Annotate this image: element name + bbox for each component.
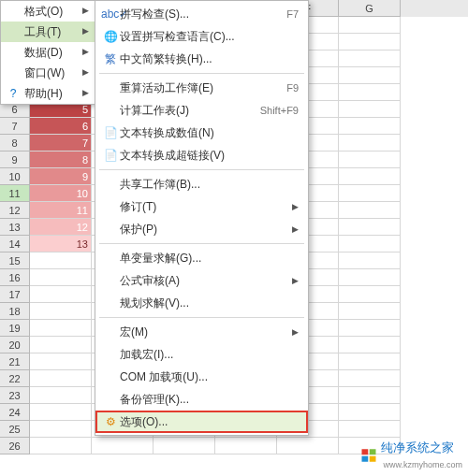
row-head[interactable]: 19 xyxy=(0,320,30,337)
cell[interactable]: 6 xyxy=(30,118,92,135)
cell[interactable] xyxy=(339,337,401,353)
submenu-item[interactable]: 计算工作表(J)Shift+F9 xyxy=(95,99,308,122)
cell[interactable] xyxy=(339,320,401,337)
cell[interactable] xyxy=(339,219,401,236)
cell[interactable] xyxy=(339,34,401,50)
cell[interactable] xyxy=(30,337,92,353)
cell[interactable] xyxy=(339,387,401,404)
menu-item[interactable]: 工具(T)▶ xyxy=(1,22,95,42)
cell[interactable] xyxy=(339,353,401,370)
row-head[interactable]: 20 xyxy=(0,337,30,353)
row-head[interactable]: 10 xyxy=(0,168,30,185)
submenu-item[interactable]: 🌐设置拼写检查语言(C)... xyxy=(95,25,308,48)
submenu-item[interactable]: 加载宏(I)... xyxy=(95,343,308,366)
cell[interactable] xyxy=(339,421,401,438)
row-head[interactable]: 23 xyxy=(0,387,30,404)
row-head[interactable]: 7 xyxy=(0,118,30,135)
cell[interactable] xyxy=(30,370,92,387)
cell[interactable] xyxy=(30,252,92,269)
cell[interactable] xyxy=(339,269,401,286)
row-head[interactable]: 24 xyxy=(0,404,30,421)
submenu-item[interactable]: abc✓拼写检查(S)...F7 xyxy=(95,3,308,25)
cell[interactable] xyxy=(30,269,92,286)
col-head-G[interactable]: G xyxy=(339,0,401,17)
cell[interactable]: 9 xyxy=(30,168,92,185)
menu-item[interactable]: 格式(O)▶ xyxy=(1,1,95,22)
submenu-item[interactable]: 重算活动工作簿(E)F9 xyxy=(95,77,308,99)
cell[interactable] xyxy=(30,438,92,454)
cell[interactable] xyxy=(339,168,401,185)
cell[interactable] xyxy=(339,202,401,219)
row-head[interactable]: 25 xyxy=(0,421,30,438)
row-head[interactable]: 13 xyxy=(0,219,30,236)
cell[interactable] xyxy=(339,50,401,67)
cell[interactable]: 10 xyxy=(30,185,92,202)
cell[interactable]: 8 xyxy=(30,151,92,168)
watermark-url: www.kzmyhome.com xyxy=(383,460,462,469)
cell[interactable]: 13 xyxy=(30,236,92,252)
cell[interactable]: 7 xyxy=(30,135,92,151)
cell[interactable] xyxy=(30,353,92,370)
chevron-right-icon: ▶ xyxy=(82,88,89,97)
row-head[interactable]: 11 xyxy=(0,185,30,202)
row-head[interactable]: 8 xyxy=(0,135,30,151)
submenu-item[interactable]: 保护(P)▶ xyxy=(95,218,308,240)
submenu-item[interactable]: ⚙选项(O)... xyxy=(95,411,308,433)
row-head[interactable]: 17 xyxy=(0,286,30,303)
submenu-item[interactable]: 规划求解(V)... xyxy=(95,292,308,314)
cell[interactable] xyxy=(339,101,401,118)
row-head[interactable]: 16 xyxy=(0,269,30,286)
row-head[interactable]: 12 xyxy=(0,202,30,219)
submenu-item[interactable]: COM 加载项(U)... xyxy=(95,366,308,388)
cell[interactable] xyxy=(339,370,401,387)
cell[interactable] xyxy=(30,303,92,320)
cell[interactable] xyxy=(277,438,339,454)
row-head[interactable]: 22 xyxy=(0,370,30,387)
cell[interactable] xyxy=(92,438,154,454)
cell[interactable] xyxy=(339,404,401,421)
cell[interactable] xyxy=(339,151,401,168)
cell[interactable] xyxy=(339,135,401,151)
cell[interactable] xyxy=(339,185,401,202)
cell[interactable] xyxy=(339,84,401,101)
submenu-item[interactable]: 共享工作簿(B)... xyxy=(95,173,308,195)
submenu-item[interactable]: 修订(T)▶ xyxy=(95,195,308,218)
submenu-item[interactable]: 📄文本转换成超链接(V) xyxy=(95,144,308,166)
cell[interactable]: 12 xyxy=(30,219,92,236)
row-head[interactable]: 21 xyxy=(0,353,30,370)
row-head[interactable]: 26 xyxy=(0,438,30,454)
submenu-item[interactable]: 繁中文简繁转换(H)... xyxy=(95,48,308,70)
submenu-item[interactable]: 宏(M)▶ xyxy=(95,321,308,343)
submenu-item[interactable]: 单变量求解(G)... xyxy=(95,247,308,269)
cell[interactable] xyxy=(154,438,215,454)
submenu-item[interactable]: 📄文本转换成数值(N) xyxy=(95,122,308,144)
row-head[interactable]: 14 xyxy=(0,236,30,252)
cell[interactable] xyxy=(339,252,401,269)
submenu-item-label: 文本转换成超链接(V) xyxy=(120,148,299,164)
cell[interactable] xyxy=(339,17,401,34)
menu-item[interactable]: 数据(D)▶ xyxy=(1,42,95,63)
cell[interactable]: 11 xyxy=(30,202,92,219)
cell[interactable] xyxy=(215,438,277,454)
cell[interactable] xyxy=(339,67,401,84)
cell[interactable] xyxy=(339,118,401,135)
cell[interactable] xyxy=(30,320,92,337)
row-head[interactable]: 9 xyxy=(0,151,30,168)
row-head[interactable]: 15 xyxy=(0,252,30,269)
cell[interactable] xyxy=(30,387,92,404)
cell[interactable] xyxy=(339,236,401,252)
cell[interactable] xyxy=(339,303,401,320)
submenu-item-label: 中文简繁转换(H)... xyxy=(120,51,299,67)
cell[interactable] xyxy=(339,286,401,303)
submenu-item-label: 计算工作表(J) xyxy=(120,103,260,119)
chevron-right-icon: ▶ xyxy=(292,224,299,234)
menu-item[interactable]: ?帮助(H)▶ xyxy=(1,83,95,104)
cell[interactable] xyxy=(30,404,92,421)
submenu-item-label: 加载宏(I)... xyxy=(120,347,299,363)
menu-item[interactable]: 窗口(W)▶ xyxy=(1,63,95,83)
row-head[interactable]: 18 xyxy=(0,303,30,320)
submenu-item[interactable]: 备份管理(K)... xyxy=(95,388,308,411)
cell[interactable] xyxy=(30,421,92,438)
cell[interactable] xyxy=(30,286,92,303)
submenu-item[interactable]: 公式审核(A)▶ xyxy=(95,269,308,292)
